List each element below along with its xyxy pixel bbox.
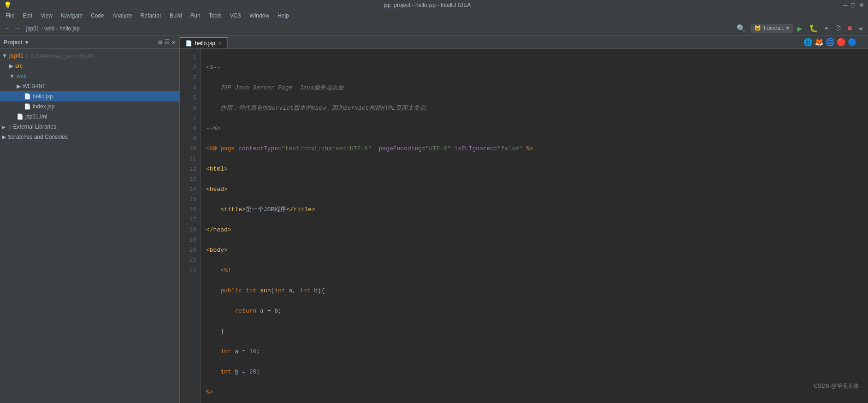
tree-item-scratches[interactable]: ▶ Scratches and Consoles [0,132,179,142]
sidebar-action-layout[interactable]: ☰ [164,38,170,46]
code-line-9: </head> [206,225,868,235]
run-config-name: Tomcat [763,25,785,32]
line-num-13: 13 [180,174,200,184]
breadcrumb-web[interactable]: web [44,25,54,32]
tree-item-src[interactable]: ▶ src [0,61,179,71]
menu-vcs[interactable]: VCS [226,12,245,20]
title-bar-controls: ─ □ ✕ [843,1,864,9]
tree-item-webinf[interactable]: ▶ WEB-INF [0,81,179,91]
sidebar-header: Project ▼ ⚙ ☰ ✕ [0,36,179,49]
menu-file[interactable]: File [2,12,18,20]
coverage-button[interactable]: ☂ [823,24,830,33]
file-icon-hello-jsp: 📄 [24,93,31,100]
line-num-12: 12 [180,164,200,174]
code-line-12: public int sun(int a, int b){ [206,286,868,296]
folder-icon-webinf: ▶ [17,83,21,89]
line-num-19: 19 [180,235,200,245]
line-num-16: 16 [180,205,200,215]
sidebar-title: Project ▼ [4,39,30,46]
code-line-1: <%-- [206,63,868,73]
run-config-icon: 🐱 [754,25,761,32]
layout-button[interactable]: ⊟ [857,24,864,33]
menu-analyze[interactable]: Analyze [109,12,136,20]
tree-item-jsp01-iml[interactable]: 📄 jsp01.iml [0,112,179,122]
line-num-15: 15 [180,195,200,205]
title-bar-title: jsp_project - hello.jsp - IntelliJ IDEA [384,2,471,8]
menu-bar: File Edit View Navigate Code Analyze Ref… [0,10,868,21]
close-button[interactable]: ✕ [859,1,864,9]
code-line-11: <%! [206,266,868,276]
breadcrumb-file[interactable]: hello.jsp [59,25,80,32]
folder-open-icon: ▼ [2,53,7,59]
debug-button[interactable]: 🐛 [807,23,820,34]
line-num-21: 21 [180,255,200,266]
browser-icons: 🌐 🦊 🌀 🔴 🔵 [802,36,859,49]
tree-item-external-libs[interactable]: ▶ ||| External Libraries [0,122,179,132]
maximize-button[interactable]: □ [851,1,855,9]
run-config-selector[interactable]: 🐱 Tomcat ▼ [750,24,793,33]
tree-item-hello-jsp[interactable]: 📄 hello.jsp [0,91,179,101]
code-line-2: JSP Java Server Page Java服务端页面 [206,83,868,93]
line-num-18: 18 [180,225,200,235]
stop-button[interactable]: ■ [846,24,854,34]
chrome-icon[interactable]: 🌐 [803,38,813,47]
run-button[interactable]: ▶ [796,23,804,35]
menu-code[interactable]: Code [87,12,108,20]
line-num-6: 6 [180,103,200,113]
tree-item-web[interactable]: ▼ web [0,71,179,81]
menu-refactor[interactable]: Refactor [137,12,165,20]
profile-button[interactable]: ⏱ [833,24,843,33]
line-num-4: 4 [180,83,200,93]
menu-navigate[interactable]: Navigate [57,12,86,20]
right-toolbar: 🔍 🐱 Tomcat ▼ ▶ 🐛 ☂ ⏱ ■ ⊟ [735,23,864,35]
sidebar-action-settings[interactable]: ⚙ [158,38,162,46]
line-num-10: 10 [180,144,200,154]
back-button[interactable]: ← [4,24,11,33]
folder-icon: ▶ [9,63,13,69]
line-num-1: 1 [180,53,200,63]
menu-run[interactable]: Run [187,12,204,20]
menu-help[interactable]: Help [274,12,293,20]
ie-icon[interactable]: 🔴 [837,38,846,47]
line-num-17: 17 [180,215,200,225]
firefox-icon[interactable]: 🦊 [815,38,824,47]
tabs-bar: 📄 hello.jsp ✕ [180,36,868,49]
tab-close-button[interactable]: ✕ [218,41,222,46]
main-area: Project ▼ ⚙ ☰ ✕ ▼ jsp01 F:\IDEAWork\jsp_… [0,36,868,403]
line-num-8: 8 [180,124,200,134]
code-editor: 1 2 3 4 5 6 7 8 9 10 11 12 13 14 15 16 1… [180,49,868,403]
code-content[interactable]: <%-- JSP Java Server Page Java服务端页面 作用：替… [201,49,868,403]
menu-window[interactable]: Window [246,12,273,20]
code-line-13: return a + b; [206,306,868,316]
title-bar-left: 💡 [4,1,12,9]
breadcrumb: jsp01 › web › hello.jsp [26,25,80,32]
code-line-16: int b = 20; [206,367,868,377]
app-logo: 💡 [4,1,12,9]
breadcrumb-project[interactable]: jsp01 [26,25,40,32]
safari-icon[interactable]: 🔵 [848,38,857,47]
line-numbers: 1 2 3 4 5 6 7 8 9 10 11 12 13 14 15 16 1… [180,49,201,403]
code-line-3: 作用：替代原有的Servlet版本的View，因为Servlet构建HTML页面… [206,103,868,113]
forward-button[interactable]: → [13,24,20,33]
tab-hello-jsp[interactable]: 📄 hello.jsp ✕ [180,37,228,48]
toolbar: ← → jsp01 › web › hello.jsp 🔍 🐱 Tomcat ▼… [0,21,868,36]
code-line-17: %> [206,387,868,397]
line-num-5: 5 [180,93,200,103]
tree-item-index-jsp[interactable]: 📄 index.jsp [0,101,179,112]
minimize-button[interactable]: ─ [843,1,848,9]
sidebar-action-close[interactable]: ✕ [172,38,176,46]
tree-item-jsp01[interactable]: ▼ jsp01 F:\IDEAWork\jsp_project\jsp01 [0,51,179,61]
code-line-6: <html> [206,164,868,174]
run-config-dropdown-icon[interactable]: ▼ [786,26,789,31]
code-line-7: <head> [206,184,868,195]
search-everywhere-icon[interactable]: 🔍 [735,23,748,34]
line-num-11: 11 [180,154,200,164]
edge-icon[interactable]: 🌀 [826,38,835,47]
file-icon-iml: 📄 [17,113,24,120]
code-line-14: } [206,326,868,337]
menu-view[interactable]: View [37,12,56,20]
menu-edit[interactable]: Edit [19,12,36,20]
menu-build[interactable]: Build [166,12,186,20]
file-tree: ▼ jsp01 F:\IDEAWork\jsp_project\jsp01 ▶ … [0,49,179,403]
menu-tools[interactable]: Tools [205,12,225,20]
